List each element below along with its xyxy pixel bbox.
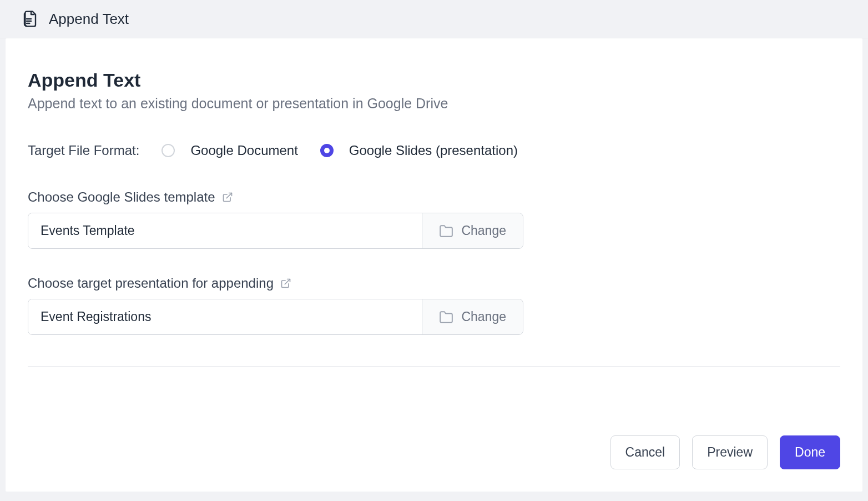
divider [28,366,840,367]
target-label-row: Choose target presentation for appending [28,275,840,291]
target-file-picker: Change [28,299,523,335]
template-change-button[interactable]: Change [422,213,523,248]
folder-icon [439,310,453,324]
delete-button[interactable] [28,446,32,459]
target-label: Choose target presentation for appending [28,275,274,291]
footer-buttons: Cancel Preview Done [610,435,840,469]
footer: Cancel Preview Done [28,413,840,469]
target-change-button[interactable]: Change [422,299,523,334]
target-change-label: Change [461,309,506,324]
template-label-row: Choose Google Slides template [28,189,840,205]
radio-label-google-slides: Google Slides (presentation) [349,143,518,158]
content-title: Append Text [28,69,840,91]
target-input[interactable] [28,299,422,334]
template-input[interactable] [28,213,422,248]
template-label: Choose Google Slides template [28,189,215,205]
preview-button[interactable]: Preview [692,435,768,469]
svg-line-3 [226,193,231,198]
radio-label-google-document: Google Document [190,143,297,158]
content-card: Append Text Append text to an existing d… [6,38,862,492]
external-link-icon[interactable] [222,192,233,203]
folder-icon [439,224,453,238]
cancel-button[interactable]: Cancel [610,435,680,469]
template-file-picker: Change [28,213,523,249]
documents-icon [22,10,40,28]
radio-option-google-slides[interactable]: Google Slides (presentation) [320,143,518,158]
template-change-label: Change [461,223,506,238]
template-field-group: Choose Google Slides template Change [28,189,840,249]
page-header: Append Text [0,0,868,38]
done-button[interactable]: Done [780,435,840,469]
header-title: Append Text [49,11,129,28]
external-link-icon[interactable] [280,278,291,289]
svg-line-4 [285,279,290,284]
radio-icon [320,144,334,157]
format-label: Target File Format: [28,143,139,158]
radio-option-google-document[interactable]: Google Document [162,143,297,158]
radio-icon [162,144,175,157]
content-subtitle: Append text to an existing document or p… [28,96,840,112]
target-field-group: Choose target presentation for appending… [28,275,840,335]
format-row: Target File Format: Google Document Goog… [28,143,840,158]
